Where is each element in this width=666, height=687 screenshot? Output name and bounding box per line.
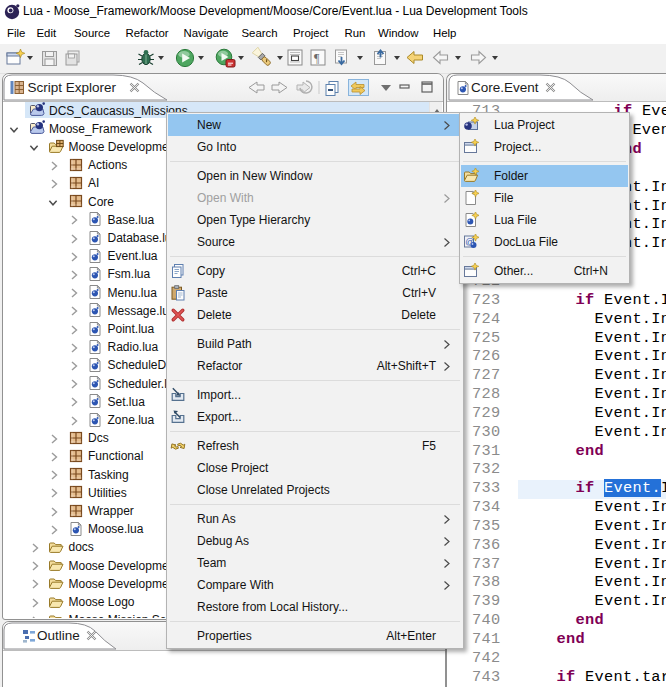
svg-text:¶: ¶ bbox=[314, 51, 320, 65]
